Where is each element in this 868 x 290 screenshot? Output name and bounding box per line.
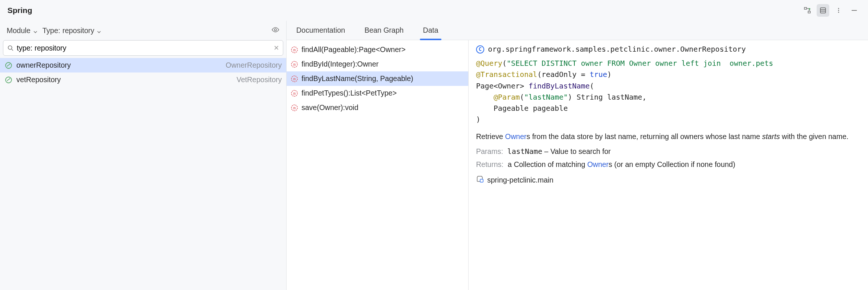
search-icon [7,45,14,51]
bean-type: OwnerRepository [226,61,282,70]
methods-panel: Documentation Bean Graph Data m findAll(… [287,21,469,290]
tab-documentation[interactable]: Documentation [287,21,355,40]
doc-content: C org.springframework.samples.petclinic.… [469,40,868,189]
tab-label: Documentation [296,26,345,35]
more-options-icon[interactable] [832,4,845,17]
fqn-text: org.springframework.samples.petclinic.ow… [488,44,746,55]
bean-list: ownerRepository OwnerRepository vetRepos… [0,57,286,87]
bean-name: vetRepository [16,75,61,84]
bean-row[interactable]: vetRepository VetRepository [0,72,286,87]
method-icon: m [290,104,299,112]
tab-label: Bean Graph [364,26,403,35]
method-signature: save(Owner):void [301,103,358,112]
svg-text:m: m [293,106,296,110]
svg-point-2 [809,8,810,10]
search-input[interactable] [17,44,271,52]
returns-label: Returns: [476,160,504,168]
detail-tabs: Documentation Bean Graph Data [287,21,868,40]
method-icon: m [290,46,299,54]
minimize-button[interactable] [848,4,861,17]
visibility-toggle-icon[interactable] [271,26,280,36]
method-row[interactable]: m findAll(Pageable):Page<Owner> [287,42,468,57]
main-columns: Module Type: repository [0,21,868,290]
tab-bean-graph[interactable]: Bean Graph [355,21,413,40]
bean-icon [4,76,13,84]
titlebar-actions [801,4,861,17]
svg-point-6 [838,8,839,9]
tab-data[interactable]: Data [413,21,448,40]
signature-code: @Query("SELECT DISTINCT owner FROM Owner… [476,58,861,125]
module-filter-label: Module [7,26,31,35]
doc-description: Retrieve Owners from the data store by l… [476,131,861,142]
bean-name: ownerRepository [16,61,71,70]
svg-rect-3 [820,8,826,13]
svg-point-7 [838,10,839,11]
method-list: m findAll(Pageable):Page<Owner> m findBy… [287,40,468,115]
param-name: lastName [507,147,542,156]
clear-search-icon[interactable]: ✕ [274,44,279,52]
svg-point-8 [838,12,839,13]
type-link[interactable]: Owner [587,160,609,168]
svg-text:m: m [293,77,296,81]
diagram-view-icon[interactable] [801,4,814,17]
method-row[interactable]: m findById(Integer):Owner [287,57,468,71]
svg-rect-25 [480,179,483,182]
svg-rect-1 [808,11,810,13]
method-signature: findByLastName(String, Pageable) [301,74,413,83]
svg-point-11 [8,46,12,49]
svg-text:m: m [293,91,296,96]
method-row[interactable]: m findPetTypes():List<PetType> [287,86,468,100]
search-box: ✕ [3,40,283,56]
svg-line-12 [12,49,13,51]
method-icon: m [290,75,299,83]
type-filter-label: Type: [42,26,60,35]
params-label: Params: [476,147,503,155]
doc-params: Params: lastName – Value to search for R… [476,146,861,170]
titlebar: Spring [0,0,868,21]
svg-rect-0 [804,7,807,9]
bean-icon [4,61,13,70]
module-row: spring-petclinic.main [476,174,861,186]
module-icon [476,174,484,186]
beans-panel: Module Type: repository [0,21,287,290]
method-signature: findPetTypes():List<PetType> [301,89,397,97]
method-row[interactable]: m findByLastName(String, Pageable) [287,71,468,86]
tab-label: Data [423,26,438,35]
filter-bar: Module Type: repository [0,21,286,40]
module-filter[interactable]: Module [7,26,38,35]
tool-window-title: Spring [7,6,32,15]
fqn-row: C org.springframework.samples.petclinic.… [476,44,861,55]
method-row[interactable]: m save(Owner):void [287,100,468,115]
type-filter[interactable]: Type: repository [42,26,102,35]
chevron-down-icon [33,28,38,33]
method-icon: m [290,89,299,97]
type-link[interactable]: Owner [505,132,526,141]
method-icon: m [290,60,299,68]
list-view-icon[interactable] [817,4,829,17]
method-signature: findById(Integer):Owner [301,60,379,68]
class-icon: C [476,45,484,54]
chevron-down-icon [96,28,102,33]
svg-point-10 [274,29,277,31]
param-desc: – Value to search for [542,147,611,155]
spring-tool-window: Spring [0,0,868,290]
type-filter-value: repository [63,26,95,35]
documentation-panel: C org.springframework.samples.petclinic.… [469,21,868,290]
svg-text:m: m [293,48,296,52]
module-name: spring-petclinic.main [487,174,553,186]
method-signature: findAll(Pageable):Page<Owner> [301,45,406,54]
svg-text:m: m [293,62,296,67]
bean-type: VetRepository [237,75,282,84]
bean-row[interactable]: ownerRepository OwnerRepository [0,58,286,72]
